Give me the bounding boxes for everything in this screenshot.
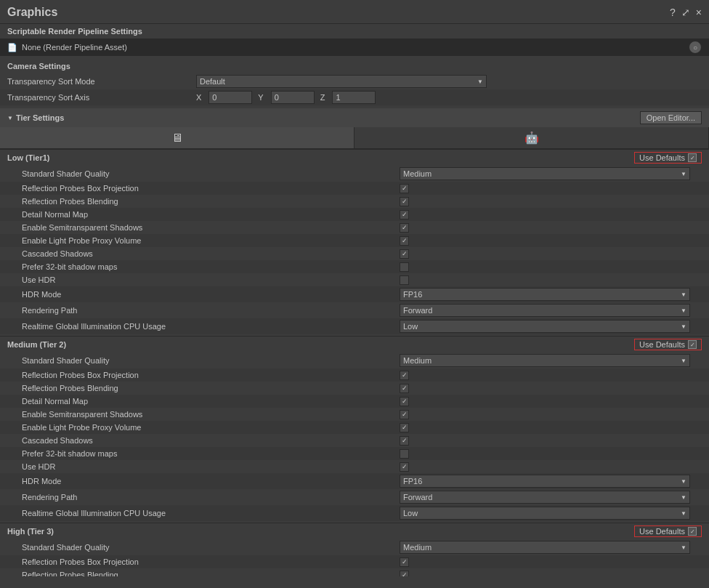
platform-android[interactable]: 🤖 <box>354 127 709 148</box>
prop-label-semitransparent: Enable Semitransparent Shadows <box>22 223 400 232</box>
tier-1-section: Low (Tier1) Use Defaults Standard Shader… <box>0 149 709 334</box>
prop-label-rendering-path: Rendering Path <box>22 306 400 315</box>
panel-title: Graphics <box>7 6 57 19</box>
prop-label-cascaded-2: Cascaded Shadows <box>22 436 400 445</box>
tier-2-rt-gi-dropdown[interactable]: Low ▼ <box>400 507 690 520</box>
tier-1-header: Low (Tier1) Use Defaults <box>0 149 709 166</box>
tier-3-use-defaults-checkbox[interactable] <box>688 527 697 536</box>
tier-1-rt-gi-dropdown[interactable]: Low ▼ <box>400 320 690 333</box>
tier-1-prop-9: HDR Mode FP16 ▼ <box>0 286 709 302</box>
transparency-sort-mode-label: Transparency Sort Mode <box>7 77 196 86</box>
prop-label-use-hdr-2: Use HDR <box>22 462 400 471</box>
tier-1-cascaded-checkbox[interactable] <box>400 249 409 259</box>
tier-1-hdr-mode-dropdown[interactable]: FP16 ▼ <box>400 288 690 301</box>
transparency-sort-mode-dropdown[interactable]: Default ▼ <box>196 75 487 88</box>
prop-label-standard-shader: Standard Shader Quality <box>22 169 400 178</box>
tier-1-prop-10: Rendering Path Forward ▼ <box>0 302 709 318</box>
tier-2-detail-normal-checkbox[interactable] <box>400 397 409 406</box>
tier-2-section: Medium (Tier 2) Use Defaults Standard Sh… <box>0 336 709 521</box>
tier-3-reflection-box-checkbox[interactable] <box>400 557 409 567</box>
tier-2-prop-8: Use HDR <box>0 460 709 473</box>
tier-1-reflection-box-checkbox[interactable] <box>400 184 409 193</box>
prop-label-rendering-path-2: Rendering Path <box>22 493 400 502</box>
render-pipeline-text: None (Render Pipeline Asset) <box>22 43 127 52</box>
tier-2-reflection-box-checkbox[interactable] <box>400 371 409 380</box>
platform-desktop[interactable]: 🖥 <box>0 127 354 148</box>
tier-2-use-defaults-checkbox[interactable] <box>688 340 697 349</box>
tier-settings-collapse[interactable]: ▼ Tier Settings <box>7 113 64 122</box>
tier-2-light-probe-checkbox[interactable] <box>400 423 409 432</box>
tier-3-header: High (Tier 3) Use Defaults <box>0 523 709 539</box>
tier-1-use-defaults-button[interactable]: Use Defaults <box>634 152 702 164</box>
prop-label-reflection-box-2: Reflection Probes Box Projection <box>22 371 400 379</box>
prop-label-32bit-2: Prefer 32-bit shadow maps <box>22 449 400 458</box>
tier-2-prop-9: HDR Mode FP16 ▼ <box>0 473 709 489</box>
tier-2-cascaded-checkbox[interactable] <box>400 436 409 446</box>
tier-2-props: Standard Shader Quality Medium ▼ Reflect… <box>0 353 709 521</box>
open-editor-button[interactable]: Open Editor... <box>640 111 702 124</box>
help-icon[interactable]: ? <box>670 7 676 18</box>
camera-settings-label: Camera Settings <box>0 59 709 73</box>
camera-settings-section: Camera Settings Transparency Sort Mode D… <box>0 56 709 108</box>
tier-1-use-hdr-checkbox[interactable] <box>400 275 409 285</box>
tier-2-32bit-checkbox[interactable] <box>400 449 409 459</box>
tier-2-hdr-mode-dropdown[interactable]: FP16 ▼ <box>400 475 690 488</box>
tier-1-detail-normal-checkbox[interactable] <box>400 210 409 220</box>
tier-3-use-defaults-label: Use Defaults <box>639 527 685 536</box>
tier-1-prop-0: Standard Shader Quality Medium ▼ <box>0 166 709 182</box>
tier-1-semitransparent-checkbox[interactable] <box>400 223 409 233</box>
tier-3-use-defaults-button[interactable]: Use Defaults <box>634 525 702 537</box>
close-icon[interactable]: × <box>696 7 702 18</box>
prop-label-reflection-blend-3: Reflection Probes Blending <box>22 571 400 576</box>
tier-2-use-defaults-button[interactable]: Use Defaults <box>634 339 702 350</box>
prop-label-hdr-mode-2: HDR Mode <box>22 477 400 486</box>
tier-2-prop-5: Enable Light Probe Proxy Volume <box>0 421 709 434</box>
graphics-panel: Graphics ? ⤢ × Scriptable Render Pipelin… <box>0 0 709 576</box>
tier-2-name: Medium (Tier 2) <box>7 340 66 349</box>
tier-2-prop-10: Rendering Path Forward ▼ <box>0 489 709 505</box>
tier-1-use-defaults-checkbox[interactable] <box>688 153 697 162</box>
tier-1-prop-7: Prefer 32-bit shadow maps <box>0 260 709 273</box>
tier-2-reflection-blend-checkbox[interactable] <box>400 384 409 393</box>
tier-3-prop-1: Reflection Probes Box Projection <box>0 555 709 568</box>
tier-2-prop-11: Realtime Global Illumination CPU Usage L… <box>0 505 709 521</box>
prop-label-detail-normal-2: Detail Normal Map <box>22 397 400 406</box>
tier-1-name: Low (Tier1) <box>7 153 49 162</box>
tier-1-rendering-path-dropdown[interactable]: Forward ▼ <box>400 304 690 317</box>
tier-2-semitransparent-checkbox[interactable] <box>400 410 409 419</box>
tier-3-section: High (Tier 3) Use Defaults Standard Shad… <box>0 523 709 576</box>
tier-3-reflection-blend-checkbox[interactable] <box>400 571 409 577</box>
render-pipeline-circle-btn[interactable]: ○ <box>689 41 702 54</box>
prop-label-detail-normal: Detail Normal Map <box>22 210 400 219</box>
tier-1-reflection-blend-checkbox[interactable] <box>400 197 409 206</box>
doc-icon: 📄 <box>7 43 17 52</box>
prop-label-standard-shader-2: Standard Shader Quality <box>22 356 400 365</box>
tier-1-prop-3: Detail Normal Map <box>0 208 709 221</box>
dropdown-arrow: ▼ <box>681 478 686 485</box>
tier-3-shader-quality-dropdown[interactable]: Medium ▼ <box>400 541 690 554</box>
tier-2-prop-7: Prefer 32-bit shadow maps <box>0 447 709 460</box>
transparency-sort-mode-row: Transparency Sort Mode Default ▼ <box>0 73 709 89</box>
y-input[interactable] <box>271 91 315 104</box>
android-icon: 🤖 <box>524 131 539 145</box>
tier-2-rendering-path-dropdown[interactable]: Forward ▼ <box>400 491 690 504</box>
prop-label-standard-shader-3: Standard Shader Quality <box>22 543 400 552</box>
tier-1-light-probe-checkbox[interactable] <box>400 236 409 246</box>
tier-2-shader-quality-dropdown[interactable]: Medium ▼ <box>400 354 690 367</box>
tier-2-use-hdr-checkbox[interactable] <box>400 462 409 472</box>
panel-header: Graphics ? ⤢ × <box>0 0 709 24</box>
tier-1-32bit-checkbox[interactable] <box>400 262 409 272</box>
dropdown-arrow: ▼ <box>681 358 686 364</box>
tier-3-prop-2: Reflection Probes Blending <box>0 568 709 576</box>
tier-1-prop-6: Cascaded Shadows <box>0 247 709 260</box>
collapse-arrow-icon: ▼ <box>7 115 13 121</box>
prop-label-rt-gi-cpu-2: Realtime Global Illumination CPU Usage <box>22 509 400 517</box>
maximize-icon[interactable]: ⤢ <box>681 7 690 18</box>
x-label: X <box>196 93 201 102</box>
tier-settings-header: ▼ Tier Settings Open Editor... <box>0 108 709 127</box>
tier-1-shader-quality-dropdown[interactable]: Medium ▼ <box>400 167 690 180</box>
prop-label-use-hdr: Use HDR <box>22 275 400 284</box>
z-input[interactable] <box>332 91 376 104</box>
x-input[interactable] <box>208 91 252 104</box>
tier-1-prop-5: Enable Light Probe Proxy Volume <box>0 234 709 247</box>
